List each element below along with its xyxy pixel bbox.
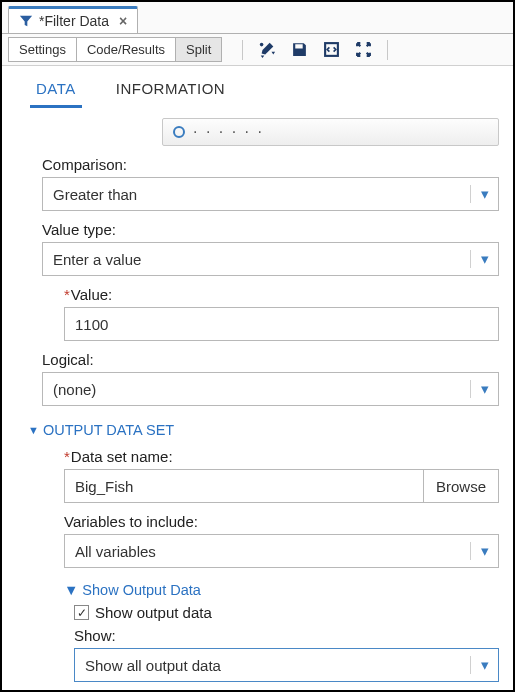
vars-include-value: All variables: [65, 543, 470, 560]
run-icon[interactable]: [257, 40, 277, 60]
subsection-title: Show Output Data: [82, 582, 201, 598]
show-output-checkbox[interactable]: ✓: [74, 605, 89, 620]
subtabs: DATA INFORMATION: [2, 66, 513, 108]
show-output-checkbox-label: Show output data: [95, 604, 212, 621]
comparison-select[interactable]: Greater than ▾: [42, 177, 499, 211]
radio-icon: [173, 126, 185, 138]
window-tab-title: *Filter Data: [39, 13, 109, 29]
svg-point-0: [260, 42, 264, 46]
show-label: Show:: [74, 627, 499, 644]
toolbar: Settings Code/Results Split: [2, 34, 513, 66]
browse-button[interactable]: Browse: [423, 469, 499, 503]
show-select[interactable]: Show all output data ▾: [74, 648, 499, 682]
collapsed-text: · · · · · ·: [193, 123, 264, 141]
section-title: OUTPUT DATA SET: [43, 422, 174, 438]
data-set-name-label: Data set name:: [64, 448, 499, 465]
value-type-select[interactable]: Enter a value ▾: [42, 242, 499, 276]
code-results-button[interactable]: Code/Results: [76, 37, 176, 62]
chevron-down-icon: ▾: [470, 656, 498, 674]
chevron-down-icon: ▼: [28, 424, 39, 436]
show-value: Show all output data: [75, 657, 470, 674]
collapsed-row[interactable]: · · · · · ·: [162, 118, 499, 146]
code-icon[interactable]: [321, 40, 341, 60]
tab-information[interactable]: INFORMATION: [110, 76, 231, 108]
close-icon[interactable]: ×: [119, 13, 127, 29]
logical-select[interactable]: (none) ▾: [42, 372, 499, 406]
value-label: Value:: [64, 286, 499, 303]
chevron-down-icon: ▾: [470, 380, 498, 398]
section-output-data-set[interactable]: ▼ OUTPUT DATA SET: [28, 422, 499, 438]
vars-include-label: Variables to include:: [64, 513, 499, 530]
value-input[interactable]: [64, 307, 499, 341]
logical-value: (none): [43, 381, 470, 398]
chevron-down-icon: ▾: [470, 185, 498, 203]
collapse-icon[interactable]: [353, 40, 373, 60]
value-type-value: Enter a value: [43, 251, 470, 268]
settings-button[interactable]: Settings: [8, 37, 77, 62]
comparison-value: Greater than: [43, 186, 470, 203]
subsection-show-output-data[interactable]: ▼ Show Output Data: [64, 582, 499, 598]
separator: [242, 40, 243, 60]
window-tab-filter-data[interactable]: *Filter Data ×: [8, 6, 138, 33]
value-type-label: Value type:: [42, 221, 499, 238]
comparison-label: Comparison:: [42, 156, 499, 173]
data-set-name-input[interactable]: [64, 469, 423, 503]
filter-icon: [19, 14, 33, 28]
split-button[interactable]: Split: [175, 37, 222, 62]
tabbar: *Filter Data ×: [2, 2, 513, 34]
save-icon[interactable]: [289, 40, 309, 60]
chevron-down-icon: ▼: [64, 582, 78, 598]
chevron-down-icon: ▾: [470, 542, 498, 560]
chevron-down-icon: ▾: [470, 250, 498, 268]
content-panel: · · · · · · Comparison: Greater than ▾ V…: [2, 108, 513, 690]
tab-data[interactable]: DATA: [30, 76, 82, 108]
separator: [387, 40, 388, 60]
logical-label: Logical:: [42, 351, 499, 368]
vars-include-select[interactable]: All variables ▾: [64, 534, 499, 568]
